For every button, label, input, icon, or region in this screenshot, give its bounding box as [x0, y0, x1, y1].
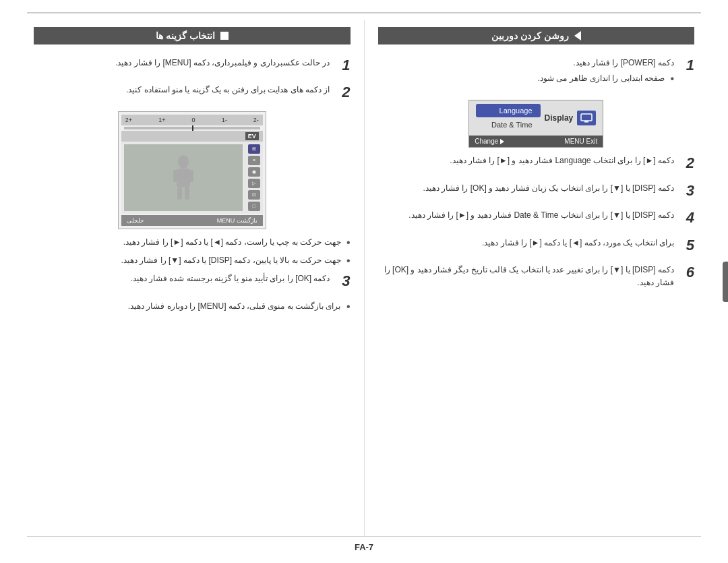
svg-rect-3	[188, 170, 193, 182]
right-header-title: روشن کردن دوربین	[491, 30, 569, 41]
camera-ui-bottom: بازگشت MENU جلجلی	[121, 215, 263, 226]
bullet-dot-3: •	[345, 300, 351, 313]
menu-exit-label: MENU Exit	[564, 138, 597, 145]
right-column: روشن کردن دوربین 1 دکمه [POWER] را فشار …	[365, 20, 702, 536]
top-border	[27, 12, 701, 20]
svg-rect-2	[173, 170, 179, 182]
right-step-3: 3 دکمه [DISP] یا [▼] را برای انتخاب یک ز…	[378, 182, 695, 200]
left-column: انتخاب گزینه ها 1 در حالت عکسبرداری و فی…	[27, 20, 365, 536]
camera-ui-mockup: -2 -1 0 +1 +2 EV ⊞ ≡ ◉ ▷	[118, 111, 266, 229]
right-step-1-bullet: • صفحه ابتدایی را اندازی ظاهر می شود.	[538, 72, 674, 85]
left-step-2: 2 از دکمه های هدایت برای رفتن به یک گزین…	[34, 84, 351, 101]
right-section-header: روشن کردن دوربین	[378, 27, 695, 45]
svg-rect-6	[581, 114, 592, 121]
svg-rect-5	[185, 187, 189, 200]
display-icon	[580, 113, 593, 123]
cam-icon-2: ≡	[248, 156, 260, 165]
menu-display-label: Display	[545, 113, 574, 123]
bullet-text-2: جهت حرکت به بالا یا پایین، دکمه [DISP] ی…	[121, 254, 341, 266]
right-step-5: 5 برای انتخاب یک مورد، دکمه [◄] یا دکمه …	[378, 237, 695, 254]
bullet-text-1: جهت حرکت به چپ یا راست، دکمه [◄] یا دکمه…	[123, 236, 341, 248]
step-1-text: در حالت عکسبرداری و فیلمبرداری، دکمه [ME…	[115, 57, 330, 69]
cam-icon-4: ▷	[248, 179, 260, 188]
cam-icon-1: ⊞	[248, 144, 260, 154]
bullet-dot-2: •	[345, 254, 351, 267]
left-header-title: انتخاب گزینه ها	[156, 30, 215, 41]
right-accent-bar	[723, 262, 728, 302]
menu-display-row: Display Language Date & Time	[469, 100, 603, 136]
menu-change-label: Change	[475, 138, 498, 145]
right-step-number-3: 3	[679, 182, 694, 200]
camera-icons: ⊞ ≡ ◉ ▷ ⊡ □	[245, 144, 260, 211]
bullet-dot-1: •	[345, 236, 351, 249]
svg-rect-7	[584, 121, 588, 123]
step-3-bullets: • برای بازگشت به منوی قبلی، دکمه [MENU] …	[54, 300, 351, 313]
right-step-1-text: دکمه [POWER] را فشار دهید.	[538, 57, 674, 69]
menu-bottom-right: Change	[475, 138, 504, 145]
right-bullet-dot-1: •	[669, 72, 674, 85]
right-step-2-text: دکمه [►] را برای انتخاب Language فشار ده…	[450, 154, 674, 167]
right-step-4-text: دکمه [DISP] یا [▼] را برای انتخاب Date &…	[408, 209, 674, 222]
display-icon-box	[577, 111, 596, 125]
step-number-2: 2	[336, 84, 351, 101]
camera-bottom-right: جلجلی	[127, 217, 144, 224]
silhouette-svg	[166, 154, 200, 201]
header-triangle-icon	[574, 31, 581, 40]
cam-icon-6: □	[248, 202, 260, 211]
right-step-number-6: 6	[679, 264, 694, 281]
camera-ui-top: -2 -1 0 +1 +2	[121, 115, 263, 125]
menu-item-language: Language	[476, 104, 540, 117]
right-step-number-1: 1	[679, 57, 694, 74]
right-bullet-text-1: صفحه ابتدایی را اندازی ظاهر می شود.	[538, 72, 665, 84]
right-step-6: 6 دکمه [DISP] یا [▼] را برای تغییر عدد ی…	[378, 264, 695, 289]
right-step-number-5: 5	[679, 237, 694, 254]
step-2-bullets: • جهت حرکت به چپ یا راست، دکمه [◄] یا دک…	[54, 236, 351, 267]
cam-icon-3: ◉	[248, 167, 260, 177]
bullet-item-1: • جهت حرکت به چپ یا راست، دکمه [◄] یا دک…	[54, 236, 351, 249]
menu-change-arrow	[500, 139, 504, 144]
right-step-number-4: 4	[679, 209, 694, 227]
page-footer: FA-7	[27, 536, 701, 558]
right-step-3-text: دکمه [DISP] یا [▼] را برای انتخاب یک زبا…	[423, 182, 674, 195]
main-content: انتخاب گزینه ها 1 در حالت عکسبرداری و فی…	[0, 20, 728, 536]
left-step-1: 1 در حالت عکسبرداری و فیلمبرداری، دکمه […	[34, 57, 351, 74]
camera-body: ⊞ ≡ ◉ ▷ ⊡ □	[121, 142, 263, 214]
right-step-5-text: برای انتخاب یک مورد، دکمه [◄] یا دکمه [►…	[482, 237, 674, 249]
right-step-2: 2 دکمه [►] را برای انتخاب Language فشار …	[378, 154, 695, 172]
right-step-1: 1 دکمه [POWER] را فشار دهید. • صفحه ابتد…	[378, 57, 695, 90]
page-container: انتخاب گزینه ها 1 در حالت عکسبرداری و فی…	[0, 0, 728, 563]
step-number-1: 1	[336, 57, 351, 74]
bullet-item-2: • جهت حرکت به بالا یا پایین، دکمه [DISP]…	[54, 254, 351, 267]
left-step-3: 3 دکمه [OK] را برای تأیید منو یا گزینه ب…	[34, 272, 351, 290]
right-step-number-2: 2	[679, 154, 694, 172]
bullet-text-3: برای بازگشت به منوی قبلی، دکمه [MENU] را…	[128, 300, 341, 312]
right-step-6-text: دکمه [DISP] یا [▼] را برای تغییر عدد یا …	[378, 264, 675, 289]
menu-bottom-bar: MENU Exit Change	[469, 136, 603, 147]
footer-page-number: FA-7	[355, 542, 373, 552]
camera-bottom-left: بازگشت MENU	[217, 217, 257, 224]
bullet-item-3: • برای بازگشت به منوی قبلی، دکمه [MENU] …	[54, 300, 351, 313]
step-2-text: از دکمه های هدایت برای رفتن به یک گزینه …	[126, 84, 330, 96]
header-square-icon	[220, 32, 229, 40]
svg-point-0	[178, 155, 189, 169]
right-step-4: 4 دکمه [DISP] یا [▼] را برای انتخاب Date…	[378, 209, 695, 227]
svg-rect-4	[177, 187, 182, 200]
menu-items: Language Date & Time	[476, 104, 540, 132]
menu-item-datetime: Date & Time	[476, 117, 540, 132]
left-section-header: انتخاب گزینه ها	[34, 27, 351, 45]
step-number-3: 3	[336, 272, 351, 290]
cam-icon-5: ⊡	[248, 190, 260, 200]
camera-preview	[124, 144, 243, 211]
menu-mockup: Display Language Date & Time MENU Exit C…	[468, 100, 603, 148]
step-3-text: دکمه [OK] را برای تأیید منو یا گزینه برج…	[130, 272, 330, 285]
